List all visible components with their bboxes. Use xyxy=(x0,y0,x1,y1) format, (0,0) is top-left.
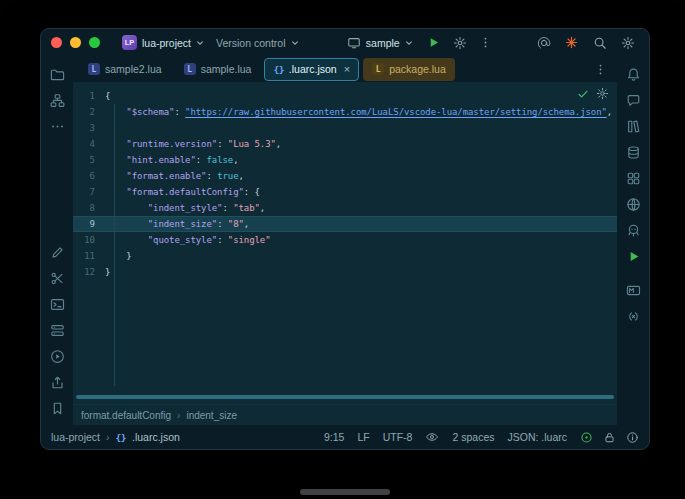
readonly-eye-icon[interactable] xyxy=(425,430,439,444)
run-icon[interactable] xyxy=(621,244,645,268)
extensions-icon[interactable] xyxy=(621,166,645,190)
line-number[interactable]: 8 xyxy=(73,203,95,213)
code-token: "indent_size" xyxy=(148,219,217,229)
analyzer-status-icon[interactable] xyxy=(580,431,593,444)
code-line[interactable]: 12} xyxy=(73,264,617,280)
database-icon[interactable] xyxy=(621,140,645,164)
code-line[interactable]: 10 "quote_style": "single" xyxy=(73,232,617,248)
terminal-icon[interactable] xyxy=(45,292,69,316)
chevron-down-icon xyxy=(291,39,299,47)
close-tab-icon[interactable]: × xyxy=(344,64,350,75)
breadcrumb-item[interactable]: format.defaultConfig xyxy=(81,410,171,421)
window-controls xyxy=(51,37,100,48)
left-rail-bottom xyxy=(45,239,69,421)
run-cluster: sample xyxy=(341,32,497,54)
books-icon[interactable] xyxy=(621,114,645,138)
code-line[interactable]: 7 "format.defaultConfig": { xyxy=(73,184,617,200)
code-xml-icon[interactable] xyxy=(621,304,645,328)
code-line[interactable]: 11 } xyxy=(73,248,617,264)
run-more-options-button[interactable] xyxy=(475,32,497,54)
code-editor[interactable]: 1{2 "$schema": "https://raw.githubuserco… xyxy=(73,82,617,404)
search-button[interactable] xyxy=(589,32,611,54)
close-window-button[interactable] xyxy=(51,37,62,48)
run-button[interactable] xyxy=(423,32,445,54)
tab-luarc-json[interactable]: {} .luarc.json × xyxy=(264,58,359,81)
code-line[interactable]: 5 "hint.enable": false, xyxy=(73,152,617,168)
play-icon xyxy=(427,36,440,49)
line-number[interactable]: 2 xyxy=(73,107,95,117)
tab-sample-lua[interactable]: L sample.lua xyxy=(175,58,261,81)
tab-sample2-lua[interactable]: L sample2.lua xyxy=(79,58,171,81)
code-line[interactable]: 8 "indent_style": "tab", xyxy=(73,200,617,216)
line-number[interactable]: 11 xyxy=(73,251,95,261)
project-switcher[interactable]: LP lua-project xyxy=(116,32,210,53)
file-type-indicator[interactable]: JSON: .luarc xyxy=(507,431,567,443)
code-token: , xyxy=(260,203,265,213)
tab-bar: L sample2.lua L sample.lua {} .luarc.jso… xyxy=(73,56,617,82)
build-settings-button[interactable] xyxy=(449,32,471,54)
code-line[interactable]: 6 "format.enable": true, xyxy=(73,168,617,184)
tab-label: .luarc.json xyxy=(289,63,337,75)
code-line[interactable]: 3 xyxy=(73,120,617,136)
gear-icon xyxy=(621,36,635,50)
encoding-indicator[interactable]: UTF-8 xyxy=(383,431,413,443)
chat-icon[interactable] xyxy=(621,88,645,112)
scissors-icon[interactable] xyxy=(45,266,69,290)
info-icon[interactable] xyxy=(626,431,639,444)
indent-indicator[interactable]: 2 spaces xyxy=(452,431,494,443)
status-file-name[interactable]: .luarc.json xyxy=(132,431,180,443)
minimize-window-button[interactable] xyxy=(70,37,81,48)
code-token: : { xyxy=(244,187,260,197)
octopus-icon[interactable] xyxy=(621,218,645,242)
stack-icon[interactable] xyxy=(45,318,69,342)
line-number[interactable]: 6 xyxy=(73,171,95,181)
lock-icon[interactable] xyxy=(603,431,616,444)
tab-options-button[interactable] xyxy=(589,58,611,80)
notifications-button[interactable] xyxy=(561,32,583,54)
cursor-position[interactable]: 9:15 xyxy=(324,431,344,443)
line-number[interactable]: 4 xyxy=(73,139,95,149)
play-circle-icon[interactable] xyxy=(45,344,69,368)
line-ending-indicator[interactable]: LF xyxy=(357,431,369,443)
version-control-button[interactable]: Version control xyxy=(210,34,304,52)
zoom-window-button[interactable] xyxy=(89,37,100,48)
bookmark-icon[interactable] xyxy=(45,396,69,420)
line-number[interactable]: 10 xyxy=(73,235,95,245)
code-token xyxy=(105,155,126,165)
tab-package-lua[interactable]: L package.lua xyxy=(363,58,455,81)
breadcrumb-item[interactable]: indent_size xyxy=(186,410,237,421)
json-file-icon: {} xyxy=(116,432,126,443)
editor-settings-gear-icon[interactable] xyxy=(596,87,609,100)
globe-icon[interactable] xyxy=(621,192,645,216)
line-number[interactable]: 3 xyxy=(73,123,95,133)
status-right: 9:15 LF UTF-8 2 spaces JSON: .luarc xyxy=(324,430,639,444)
status-project[interactable]: lua-project xyxy=(51,431,100,443)
breadcrumb: format.defaultConfig › indent_size xyxy=(73,404,617,425)
code-token: true xyxy=(217,171,238,181)
code-line[interactable]: 9 "indent_size": "8", xyxy=(73,216,617,232)
line-number[interactable]: 9 xyxy=(73,219,95,229)
code-token: "https://raw.githubusercontent.com/LuaLS… xyxy=(185,107,607,117)
export-icon[interactable] xyxy=(45,370,69,394)
code-line[interactable]: 2 "$schema": "https://raw.githubusercont… xyxy=(73,104,617,120)
line-number[interactable]: 1 xyxy=(73,91,95,101)
pencil-icon[interactable] xyxy=(45,240,69,264)
chevron-down-icon xyxy=(405,39,413,47)
horizontal-scrollbar[interactable] xyxy=(76,395,614,399)
code-line[interactable]: 4 "runtime.version": "Lua 5.3", xyxy=(73,136,617,152)
code-line[interactable]: 1{ xyxy=(73,88,617,104)
line-number[interactable]: 7 xyxy=(73,187,95,197)
collaborate-button[interactable] xyxy=(533,32,555,54)
folder-icon[interactable] xyxy=(45,62,69,86)
more-icon[interactable] xyxy=(45,114,69,138)
settings-button[interactable] xyxy=(617,32,639,54)
structure-icon[interactable] xyxy=(45,88,69,112)
bell-icon[interactable] xyxy=(621,62,645,86)
run-config-selector[interactable]: sample xyxy=(341,33,419,53)
line-number[interactable]: 12 xyxy=(73,267,95,277)
inspections-ok-check-icon[interactable] xyxy=(577,88,589,100)
code-token: "$schema" xyxy=(126,107,174,117)
markdown-icon[interactable] xyxy=(621,278,645,302)
code-token: : xyxy=(222,203,233,213)
line-number[interactable]: 5 xyxy=(73,155,95,165)
